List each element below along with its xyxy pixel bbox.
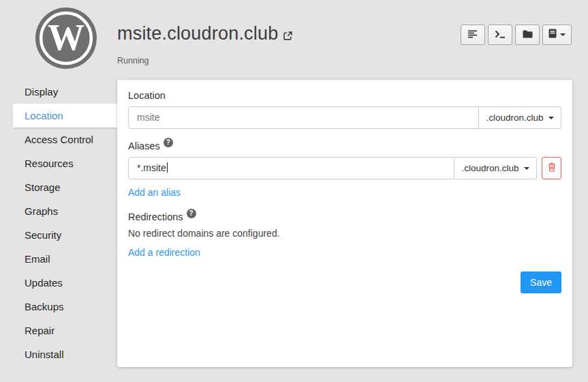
location-input[interactable]: msite bbox=[128, 106, 479, 129]
sidebar-item-security[interactable]: Security bbox=[0, 223, 117, 247]
terminal-button[interactable] bbox=[488, 25, 512, 45]
add-alias-link[interactable]: Add an alias bbox=[128, 187, 181, 198]
location-panel: Location msite .cloudron.club Aliases ? … bbox=[117, 80, 572, 367]
sidebar-item-repair[interactable]: Repair bbox=[0, 319, 117, 342]
redirections-empty-text: No redirect domains are configured. bbox=[128, 228, 561, 239]
alias-input[interactable]: *.msite bbox=[128, 157, 454, 179]
sidebar: DisplayLocationAccess ControlResourcesSt… bbox=[0, 80, 117, 366]
sidebar-item-access-control[interactable]: Access Control bbox=[0, 128, 117, 151]
app-header: W msite.cloudron.club Running bbox=[0, 0, 588, 80]
status-text: Running bbox=[117, 56, 293, 65]
book-icon bbox=[548, 29, 557, 41]
page-title: msite.cloudron.club bbox=[117, 23, 293, 46]
location-domain-dropdown[interactable]: .cloudron.club bbox=[479, 106, 561, 129]
external-link-icon[interactable] bbox=[283, 25, 293, 46]
text-cursor bbox=[167, 162, 168, 173]
log-lines-icon bbox=[468, 29, 478, 41]
aliases-label: Aliases ? bbox=[128, 141, 561, 151]
svg-text:W: W bbox=[48, 17, 84, 58]
wordpress-logo-icon: W bbox=[35, 8, 97, 69]
sidebar-item-email[interactable]: Email bbox=[0, 247, 117, 271]
toolbar bbox=[461, 25, 572, 45]
chevron-down-icon bbox=[548, 117, 554, 119]
redirections-label: Redirections ? bbox=[128, 211, 561, 222]
terminal-icon bbox=[495, 29, 506, 41]
help-icon[interactable]: ? bbox=[164, 138, 173, 147]
sidebar-item-resources[interactable]: Resources bbox=[0, 151, 117, 175]
trash-icon bbox=[548, 162, 556, 175]
help-icon[interactable]: ? bbox=[187, 209, 196, 218]
chevron-down-icon bbox=[560, 33, 566, 36]
sidebar-item-updates[interactable]: Updates bbox=[0, 271, 117, 295]
chevron-down-icon bbox=[524, 167, 529, 170]
logs-button[interactable] bbox=[461, 25, 485, 45]
alias-row: *.msite .cloudron.club bbox=[128, 157, 561, 179]
alias-domain-dropdown[interactable]: .cloudron.club bbox=[454, 157, 537, 179]
files-button[interactable] bbox=[515, 25, 540, 45]
delete-alias-button[interactable] bbox=[542, 157, 561, 179]
app-menu-button[interactable] bbox=[542, 25, 572, 45]
save-button[interactable]: Save bbox=[521, 271, 561, 293]
sidebar-item-uninstall[interactable]: Uninstall bbox=[0, 342, 117, 366]
location-label: Location bbox=[128, 90, 561, 101]
sidebar-item-display[interactable]: Display bbox=[0, 80, 117, 104]
sidebar-item-location[interactable]: Location bbox=[13, 104, 117, 128]
add-redirection-link[interactable]: Add a redirection bbox=[128, 247, 200, 258]
folder-icon bbox=[523, 29, 533, 41]
sidebar-item-backups[interactable]: Backups bbox=[0, 295, 117, 319]
sidebar-item-graphs[interactable]: Graphs bbox=[0, 199, 117, 223]
location-row: msite .cloudron.club bbox=[128, 106, 561, 129]
sidebar-item-storage[interactable]: Storage bbox=[0, 175, 117, 199]
